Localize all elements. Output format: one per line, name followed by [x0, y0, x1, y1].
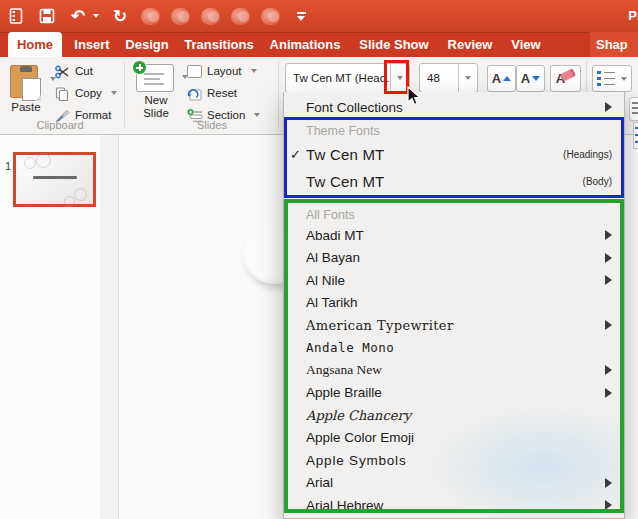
ribbon-tab-bar: Home Insert Design Transitions Animation…: [0, 32, 638, 57]
menu-item-theme-font-headings[interactable]: ✓ Tw Cen MT (Headings): [284, 141, 624, 168]
headings-tag: (Headings): [563, 149, 612, 160]
undo-icon[interactable]: ↶: [68, 6, 88, 26]
font-size-value: 48: [420, 72, 458, 84]
shrink-font-button[interactable]: A: [516, 65, 545, 92]
cut-button[interactable]: Cut: [55, 64, 93, 78]
menu-item-font[interactable]: Abadi MT: [284, 224, 624, 246]
bullets-button[interactable]: [592, 65, 632, 92]
font-name-value: Tw Cen MT (Head...: [286, 72, 390, 84]
scissors-icon: [55, 65, 70, 78]
reset-button[interactable]: Reset: [187, 86, 237, 100]
paste-icon: [10, 65, 38, 98]
clipboard-group-label: Clipboard: [10, 119, 110, 131]
tab-design[interactable]: Design: [122, 32, 172, 57]
submenu-arrow-icon: [605, 275, 612, 285]
undo-dropdown-caret[interactable]: [93, 14, 99, 18]
body-tag: (Body): [583, 176, 612, 187]
clear-formatting-button[interactable]: A: [550, 65, 581, 92]
new-slide-label: New Slide: [136, 94, 176, 120]
submenu-arrow-icon: [605, 478, 612, 488]
redo-icon[interactable]: ↻: [110, 6, 130, 26]
layout-label: Layout: [207, 65, 242, 77]
submenu-arrow-icon: [605, 388, 612, 398]
bullets-icon: [597, 71, 615, 87]
bullets-dropdown-caret[interactable]: [621, 77, 627, 81]
numbering-button-fragment[interactable]: [633, 122, 638, 149]
tab-view[interactable]: View: [506, 32, 546, 57]
font-name-combo[interactable]: Tw Cen MT (Head...: [285, 63, 410, 93]
theme-fonts-header: Theme Fonts: [284, 122, 624, 140]
submenu-arrow-icon: [605, 365, 612, 375]
menu-item-font[interactable]: Al Nile: [284, 269, 624, 291]
layout-button[interactable]: Layout: [187, 64, 257, 78]
submenu-arrow-icon: [605, 102, 612, 112]
section-dropdown-caret[interactable]: [254, 113, 260, 117]
plus-icon: [132, 60, 147, 75]
powerpoint-window: ↶ ↻ Pr Home Insert Design Transitions An…: [0, 0, 638, 519]
cut-label: Cut: [75, 65, 93, 77]
menu-item-font[interactable]: Apple Symbols: [284, 449, 624, 471]
menu-item-font[interactable]: Apple Color Emoji: [284, 426, 624, 449]
tab-review[interactable]: Review: [442, 32, 498, 57]
paste-label: Paste: [8, 101, 44, 113]
save-icon[interactable]: [37, 6, 57, 26]
checkmark-icon: ✓: [290, 147, 301, 162]
document-title: Pr: [628, 8, 638, 23]
eraser-icon: [560, 68, 576, 81]
font-size-dropdown-button[interactable]: [458, 64, 477, 92]
disabled-toolbar-icon: [261, 8, 280, 25]
tab-transitions[interactable]: Transitions: [181, 32, 257, 57]
menu-item-font[interactable]: Angsana New: [284, 359, 624, 381]
font-dropdown-menu: Font Collections Theme Fonts ✓ Tw Cen MT…: [283, 92, 625, 519]
copy-icon: [55, 87, 70, 100]
submenu-arrow-icon: [605, 230, 612, 240]
menu-item-font[interactable]: American Typewriter: [284, 314, 624, 336]
all-fonts-header: All Fonts: [284, 205, 624, 224]
grow-font-button[interactable]: A: [487, 65, 516, 92]
paste-button[interactable]: Paste: [8, 61, 54, 119]
disabled-toolbar-icon: [201, 8, 220, 25]
menu-item-font[interactable]: Arial Hebrew: [284, 494, 624, 516]
menu-item-font[interactable]: Al Bayan: [284, 246, 624, 269]
copy-label: Copy: [75, 87, 102, 99]
tab-animations[interactable]: Animations: [264, 32, 346, 57]
mouse-cursor: [406, 86, 422, 112]
align-button-fragment[interactable]: [629, 97, 638, 121]
disabled-toolbar-icon: [141, 8, 160, 25]
disabled-toolbar-icon: [171, 8, 190, 25]
submenu-arrow-icon: [605, 500, 612, 510]
quick-access-toolbar: ↶ ↻: [6, 4, 311, 28]
slide-thumbnail[interactable]: [13, 152, 96, 207]
submenu-arrow-icon: [605, 253, 612, 263]
menu-item-font[interactable]: Andale Mono: [284, 336, 624, 359]
layout-dropdown-caret[interactable]: [251, 69, 257, 73]
title-bar: ↶ ↻ Pr: [0, 0, 638, 32]
menu-item-font[interactable]: Arial: [284, 471, 624, 494]
new-presentation-icon[interactable]: [6, 6, 26, 26]
menu-item-font[interactable]: Al Tarikh: [284, 291, 624, 314]
menu-item-theme-font-body[interactable]: Tw Cen MT (Body): [284, 168, 624, 195]
reset-icon: [187, 87, 202, 100]
new-slide-button[interactable]: New Slide: [132, 60, 190, 124]
menu-item-font[interactable]: Apple Chancery: [284, 404, 624, 426]
tab-shape-format[interactable]: Shap: [596, 32, 638, 57]
font-size-combo[interactable]: 48: [419, 63, 478, 93]
shrink-font-icon: [532, 76, 540, 81]
submenu-arrow-icon: [605, 320, 612, 330]
tab-slide-show[interactable]: Slide Show: [354, 32, 434, 57]
grow-font-icon: [503, 76, 511, 81]
copy-button[interactable]: Copy: [55, 86, 117, 100]
menu-item-font-collections[interactable]: Font Collections: [284, 95, 624, 119]
slide-number: 1: [5, 160, 11, 172]
tab-home[interactable]: Home: [8, 32, 62, 57]
layout-icon: [187, 65, 202, 78]
disabled-toolbar-icon: [231, 8, 250, 25]
menu-item-font[interactable]: Apple Braille: [284, 381, 624, 404]
copy-dropdown-caret[interactable]: [111, 91, 117, 95]
slides-group-label: Slides: [158, 119, 266, 131]
toolbar-overflow-icon[interactable]: [291, 6, 311, 26]
tab-insert[interactable]: Insert: [70, 32, 114, 57]
reset-label: Reset: [207, 87, 237, 99]
thumbnail-title-text: [33, 176, 77, 179]
slide-thumbnail-pane: 1: [0, 134, 101, 519]
